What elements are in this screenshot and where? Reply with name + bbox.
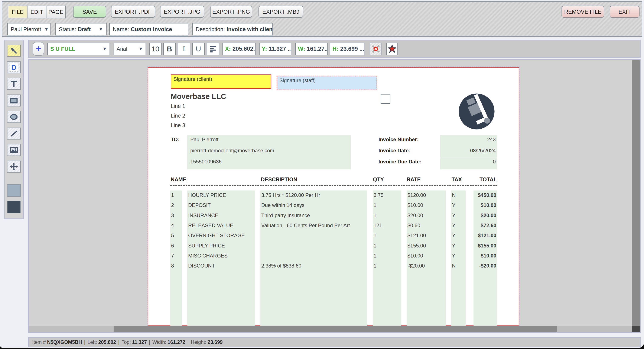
row-total-cell: $10.00	[474, 253, 496, 259]
x-label: X:	[225, 46, 231, 52]
table-row[interactable]: 8 DISCOUNT 2.38% of $838.60 1 -$20.00 N …	[148, 263, 520, 273]
header-divider	[170, 185, 497, 186]
row-number-cell: 7	[171, 253, 182, 259]
width-value: 161.272	[168, 339, 185, 345]
font-size-field[interactable]: 10	[149, 43, 162, 55]
underline-button[interactable]: U	[192, 43, 204, 55]
fill-color-swatch[interactable]	[7, 184, 21, 197]
address-line-3[interactable]: Line 3	[171, 122, 185, 128]
document-description-input[interactable]: Description: Invoice with client n...	[192, 23, 272, 36]
row-rate-cell: $20.00	[408, 212, 446, 218]
align-text-button[interactable]	[207, 43, 219, 55]
address-line-1[interactable]: Line 1	[171, 103, 185, 109]
row-tax-cell: Y	[452, 222, 465, 228]
style-preset-dropdown[interactable]: S U FULL ▼	[47, 43, 110, 55]
rectangle-icon	[9, 96, 18, 105]
export-jpg-button[interactable]: EXPORT .JPG	[160, 6, 204, 18]
y-position-field[interactable]: Y: 11.327 ...	[259, 43, 291, 55]
select-tool-button[interactable]	[7, 45, 21, 57]
to-label: TO:	[171, 137, 180, 143]
line-tool-button[interactable]	[7, 128, 21, 140]
row-qty-cell: 1	[374, 243, 401, 249]
horizontal-scrollbar-thumb[interactable]	[114, 326, 557, 332]
row-number-cell: 4	[171, 222, 182, 228]
rectangle-tool-button[interactable]	[7, 95, 21, 106]
export-mb9-button[interactable]: EXPORT .MB9	[258, 6, 303, 18]
x-position-field[interactable]: X: 205.602...	[222, 43, 256, 55]
client-name: Paul Pierrott	[190, 137, 218, 143]
left-value: 205.602	[98, 339, 116, 345]
table-row[interactable]: 1 HOURLY PRICE 3.75 Hrs * $120.00 Per Hr…	[148, 192, 520, 202]
plus-icon: +	[36, 45, 41, 53]
favorite-button[interactable]	[386, 43, 398, 55]
lock-movement-button[interactable]	[370, 43, 382, 55]
remove-file-button[interactable]: REMOVE FILE	[562, 6, 604, 18]
row-description-cell: 3.75 Hrs * $120.00 Per Hr	[261, 192, 370, 198]
row-name-cell: INSURANCE	[188, 212, 256, 218]
width-field[interactable]: W: 161.27...	[295, 43, 328, 55]
company-name-text[interactable]: Moverbase LLC	[171, 92, 226, 101]
invoice-meta-block[interactable]: 243 08/25/2024 0	[440, 135, 497, 169]
width-label: Width:	[152, 339, 166, 345]
client-selector-dropdown[interactable]: Paul Pierrott ▼	[7, 23, 50, 36]
exit-button[interactable]: EXIT	[610, 6, 640, 18]
ellipse-tool-button[interactable]	[7, 111, 21, 123]
table-row[interactable]: 4 RELEASED VALUE Valuation - 60 Cents Pe…	[148, 222, 520, 232]
w-value: 161.27...	[307, 46, 328, 52]
dynamic-field-tool-button[interactable]: D	[7, 62, 21, 73]
vertical-scrollbar[interactable]	[632, 60, 640, 326]
status-value: Draft	[78, 26, 91, 33]
row-description-cell: Valuation - 60 Cents Per Pound Per Art	[261, 222, 370, 228]
invoice-due-date-label: Invoice Due Date:	[378, 159, 421, 165]
row-total-cell: -$20.00	[474, 263, 496, 269]
row-name-cell: DISCOUNT	[188, 263, 256, 269]
table-row[interactable]: 6 SUPPLY PRICE 1 $155.00 Y $155.00	[148, 243, 520, 253]
row-description-cell: Third-party Insurance	[261, 212, 370, 218]
row-tax-cell: Y	[452, 202, 465, 208]
client-email: pierrott-democlient@moverbase.com	[190, 148, 274, 154]
table-header-name: NAME	[171, 176, 186, 183]
checkbox-element[interactable]	[380, 94, 390, 104]
status-dropdown[interactable]: Status: Draft ▼	[56, 23, 106, 36]
file-menu-button[interactable]: FILE	[8, 6, 28, 18]
row-number-cell: 8	[171, 263, 182, 269]
table-row[interactable]: 5 OVERNIGHT STORAGE 1 $121.00 Y $121.00	[148, 232, 520, 243]
height-field[interactable]: H: 23.699 ...	[330, 43, 364, 55]
table-row[interactable]: 2 DEPOSIT Due within 14 days 1 $10.00 Y …	[148, 202, 520, 212]
export-pdf-button[interactable]: EXPORT .PDF	[111, 6, 155, 18]
company-logo[interactable]	[458, 93, 495, 130]
font-family-dropdown[interactable]: Arial ▼	[114, 43, 146, 55]
page-menu-button[interactable]: PAGE	[46, 6, 65, 18]
table-row[interactable]: 7 MISC CHARGES 1 $10.00 Y $10.00	[148, 253, 520, 263]
menu-button-group: FILE EDIT PAGE	[8, 6, 66, 18]
export-png-button[interactable]: EXPORT .PNG	[210, 6, 252, 18]
chevron-down-icon: ▼	[135, 46, 143, 52]
bold-button[interactable]: B	[163, 43, 176, 55]
image-tool-button[interactable]	[7, 144, 21, 156]
design-canvas[interactable]: Signature (client) Signature (staff) Mov…	[28, 59, 640, 333]
invoice-date-label: Invoice Date:	[378, 148, 410, 154]
table-row[interactable]: 3 INSURANCE Third-party Insurance 1 $20.…	[148, 212, 520, 222]
invoice-page[interactable]: Signature (client) Signature (staff) Mov…	[148, 67, 519, 325]
add-element-button[interactable]: +	[32, 42, 44, 56]
row-number-cell: 5	[171, 232, 182, 238]
italic-button[interactable]: I	[178, 43, 190, 55]
text-tool-button[interactable]	[7, 78, 21, 90]
separator: |	[187, 339, 188, 345]
row-tax-cell: Y	[452, 212, 465, 218]
move-tool-button[interactable]	[7, 161, 21, 173]
document-name-input[interactable]: Name: Custom Invoice	[109, 23, 188, 36]
w-label: W:	[298, 46, 305, 52]
app-window: FILE EDIT PAGE SAVE EXPORT .PDF EXPORT .…	[0, 0, 644, 348]
edit-menu-button[interactable]: EDIT	[28, 6, 47, 18]
row-tax-cell: N	[452, 263, 465, 269]
horizontal-scrollbar-track[interactable]	[29, 326, 632, 332]
status-label: Status:	[59, 26, 76, 33]
row-rate-cell: $10.00	[408, 253, 446, 259]
signature-staff-box[interactable]: Signature (staff)	[276, 76, 377, 90]
signature-client-box[interactable]: Signature (client)	[171, 75, 271, 89]
stroke-color-swatch[interactable]	[7, 201, 21, 213]
row-tax-cell: Y	[452, 232, 465, 238]
address-line-2[interactable]: Line 2	[171, 113, 185, 119]
save-button[interactable]: SAVE	[73, 6, 106, 18]
